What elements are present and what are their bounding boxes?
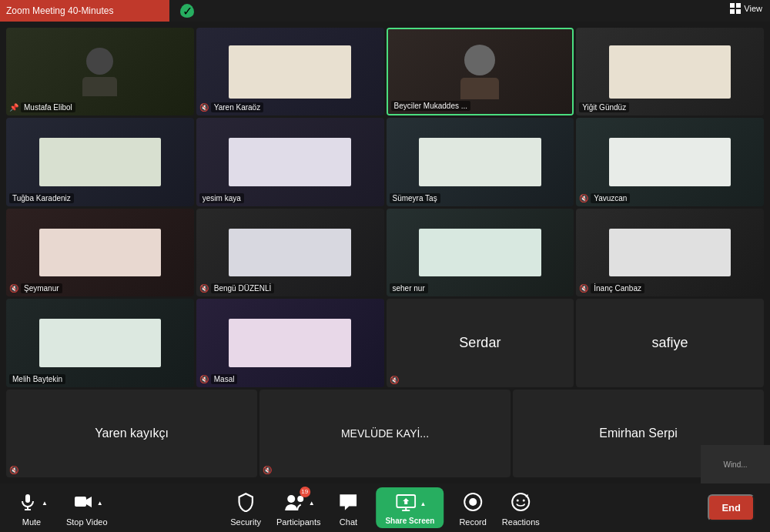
microphone-icon xyxy=(15,490,40,514)
video-row-2: Tuğba Karadeniz yesim kaya Sümeyra Taş xyxy=(6,118,764,206)
svg-rect-0 xyxy=(25,494,30,503)
share-screen-icon xyxy=(393,490,418,515)
participant-name-1: Mustafa Elibol xyxy=(21,102,75,112)
svg-rect-3 xyxy=(75,497,86,507)
security-button[interactable]: Security xyxy=(230,490,261,527)
video-row-4: Melih Baytekin 🔇 Masal Serdar 🔇 xyxy=(6,299,764,386)
participant-name-11: seher nur xyxy=(390,283,428,293)
video-area: 📌 Mustafa Elibol 🔇 Yaren Karaöz xyxy=(0,22,770,483)
reactions-icon xyxy=(508,490,533,514)
participant-name-2: Yaren Karaöz xyxy=(211,102,263,112)
camera-icon xyxy=(71,490,95,514)
participant-big-name-safiye: safiye xyxy=(652,335,688,351)
video-tile-inanc[interactable]: 🔇 İnanç Canbaz xyxy=(576,209,764,296)
svg-point-12 xyxy=(469,498,477,506)
participant-name-8: Yavuzcan xyxy=(591,193,630,203)
participant-big-name-serdar: Serdar xyxy=(459,335,500,351)
svg-point-15 xyxy=(523,499,525,501)
video-tile-safiye[interactable]: safiye xyxy=(576,299,764,386)
video-tile-beyciler[interactable]: Beyciler Mukaddes ... xyxy=(387,28,574,115)
view-button[interactable]: View xyxy=(730,3,762,14)
view-label: View xyxy=(744,4,762,13)
participant-name-3: Beyciler Mukaddes ... xyxy=(391,101,471,111)
video-row-1: 📌 Mustafa Elibol 🔇 Yaren Karaöz xyxy=(6,28,764,115)
reactions-button[interactable]: Reactions xyxy=(502,490,540,527)
participant-name-14: Masal xyxy=(211,374,238,384)
participant-name-12: İnanç Canbaz xyxy=(591,283,644,293)
video-tile-yigit[interactable]: Yiğit Gündüz xyxy=(576,28,764,115)
chat-icon xyxy=(336,490,360,514)
participants-icon: 19 xyxy=(283,490,307,514)
video-grid: 📌 Mustafa Elibol 🔇 Yaren Karaöz xyxy=(3,25,767,480)
video-tile-yesim[interactable]: yesim kaya xyxy=(196,118,384,206)
video-tile-bengu[interactable]: 🔇 Bengü DÜZENLİ xyxy=(196,209,384,296)
svg-marker-10 xyxy=(403,498,409,504)
participants-btn-group: 19 ▲ xyxy=(283,490,315,514)
mute-button[interactable]: ▲ Mute xyxy=(15,490,48,527)
video-tile-seher[interactable]: seher nur xyxy=(387,209,574,296)
mute-arrow: ▲ xyxy=(42,500,48,507)
video-row-5: Yaren kayıkçı 🔇 MEVLÜDE KAYİ... 🔇 Emirha… xyxy=(6,390,764,477)
security-icon xyxy=(233,490,258,514)
chat-button[interactable]: Chat xyxy=(336,490,360,527)
video-tile-melih[interactable]: Melih Baytekin xyxy=(6,299,194,386)
video-tile-yaren-k[interactable]: Yaren kayıkçı 🔇 xyxy=(6,390,257,477)
svg-point-5 xyxy=(287,495,295,503)
participant-big-name-emirhan: Emirhan Serpi xyxy=(599,427,677,440)
title-bar-red-section: Zoom Meeting 40-Minutes xyxy=(0,0,169,22)
windows-notification: Wind... xyxy=(701,445,770,483)
share-screen-button[interactable]: ▲ Share Screen xyxy=(376,487,444,528)
shield-icon: ✓ xyxy=(180,4,194,18)
app-title: Zoom Meeting 40-Minutes xyxy=(6,5,113,16)
participant-name-7: Sümeyra Taş xyxy=(390,193,440,203)
video-tile-mevlude[interactable]: MEVLÜDE KAYİ... 🔇 xyxy=(259,390,511,477)
end-button[interactable]: End xyxy=(708,494,755,521)
toolbar-center: Security 19 ▲ Participants xyxy=(230,487,540,528)
video-tile-yavuzcan[interactable]: 🔇 Yavuzcan xyxy=(576,118,764,206)
mute-btn-group: ▲ xyxy=(15,490,48,514)
security-label: Security xyxy=(230,517,261,527)
toolbar: ▲ Mute ▲ Stop Video xyxy=(0,483,770,532)
participant-name-6: yesim kaya xyxy=(199,193,244,203)
participants-label: Participants xyxy=(276,517,320,527)
share-screen-inner: ▲ Share Screen xyxy=(376,487,444,528)
record-button[interactable]: Record xyxy=(459,490,486,527)
svg-point-14 xyxy=(517,499,519,501)
video-tile-mustafa[interactable]: 📌 Mustafa Elibol xyxy=(6,28,194,115)
participant-count: 19 xyxy=(300,487,310,497)
video-tile-yaren[interactable]: 🔇 Yaren Karaöz xyxy=(196,28,384,115)
participant-name-10: Bengü DÜZENLİ xyxy=(211,283,274,293)
participant-big-name-mevlude: MEVLÜDE KAYİ... xyxy=(335,427,435,440)
mute-label: Mute xyxy=(22,517,41,527)
participant-name-4: Yiğit Gündüz xyxy=(579,102,629,112)
record-icon xyxy=(460,490,485,514)
video-btn-group: ▲ xyxy=(71,490,103,514)
title-bar: Zoom Meeting 40-Minutes ✓ View xyxy=(0,0,770,22)
video-row-3: 🔇 Şeymanur 🔇 Bengü DÜZENLİ seher xyxy=(6,209,764,296)
stop-video-label: Stop Video xyxy=(66,517,108,527)
video-tile-masal[interactable]: 🔇 Masal xyxy=(196,299,384,386)
participant-name-13: Melih Baytekin xyxy=(9,374,65,384)
participant-name-9: Şeymanur xyxy=(21,283,62,293)
participant-name-5: Tuğba Karadeniz xyxy=(9,193,74,203)
video-tile-tugba[interactable]: Tuğba Karadeniz xyxy=(6,118,194,206)
share-arrow: ▲ xyxy=(420,500,426,507)
participants-arrow: ▲ xyxy=(309,500,315,507)
video-tile-seymanur[interactable]: 🔇 Şeymanur xyxy=(6,209,194,296)
grid-view-icon xyxy=(730,3,741,14)
toolbar-left: ▲ Mute ▲ Stop Video xyxy=(15,490,108,527)
video-tile-serdar[interactable]: Serdar 🔇 xyxy=(387,299,574,386)
record-label: Record xyxy=(459,517,486,527)
participant-big-name-yaren-k: Yaren kayıkçı xyxy=(95,427,169,440)
stop-video-button[interactable]: ▲ Stop Video xyxy=(66,490,108,527)
participants-button[interactable]: 19 ▲ Participants xyxy=(276,490,320,527)
chat-label: Chat xyxy=(340,517,357,527)
video-arrow: ▲ xyxy=(97,500,103,507)
svg-marker-4 xyxy=(86,497,92,507)
share-btn-group: ▲ xyxy=(393,490,426,515)
share-screen-label: Share Screen xyxy=(385,517,434,525)
video-tile-sumeyra[interactable]: Sümeyra Taş xyxy=(387,118,574,206)
reactions-label: Reactions xyxy=(502,517,540,527)
toolbar-right: End xyxy=(708,494,755,521)
